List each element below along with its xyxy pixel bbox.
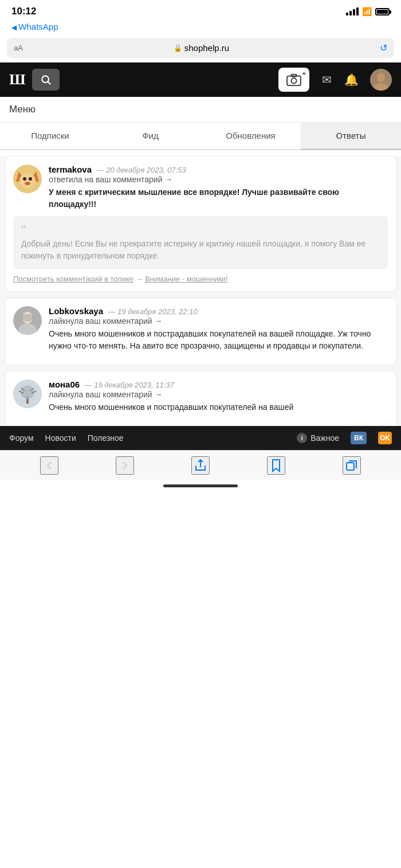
ok-label: OK bbox=[380, 434, 390, 442]
important-label: Важное bbox=[310, 433, 339, 443]
comment-author: Lobkovskaya bbox=[49, 306, 103, 316]
share-button[interactable] bbox=[191, 456, 210, 475]
svg-point-13 bbox=[29, 177, 32, 181]
comment-author: termakova bbox=[49, 165, 92, 174]
tabs-icon bbox=[345, 459, 359, 472]
search-button[interactable] bbox=[32, 69, 60, 91]
important-button[interactable]: i Важное bbox=[297, 433, 339, 443]
avatar-image bbox=[370, 69, 392, 91]
comment-meta: мона06 — 19 декабря 2023, 11:37 лайкнула… bbox=[49, 380, 388, 413]
lock-icon: 🔒 bbox=[174, 44, 182, 52]
quote-text: Добрый день! Если Вы не прекратите истер… bbox=[21, 239, 365, 260]
svg-point-18 bbox=[22, 314, 33, 322]
avatar-person2 bbox=[13, 380, 42, 408]
avatar bbox=[13, 165, 42, 193]
quote-block: " Добрый день! Если Вы не прекратите ист… bbox=[13, 216, 388, 269]
comment-item: Lobkovskaya — 19 декабря 2023, 22:10 лай… bbox=[5, 298, 396, 365]
svg-rect-4 bbox=[291, 75, 296, 77]
avatar-fox bbox=[13, 165, 42, 193]
comment-text: Очень много мошенников и пострадавших по… bbox=[49, 401, 388, 413]
link-separator: → bbox=[136, 275, 143, 283]
comment-action: лайкнула ваш комментарий → bbox=[49, 316, 388, 326]
mail-icon[interactable]: ✉ bbox=[322, 73, 332, 87]
user-avatar-header[interactable] bbox=[370, 69, 392, 91]
signal-icon bbox=[346, 7, 359, 15]
menu-bar: Меню bbox=[0, 97, 401, 123]
battery-icon bbox=[375, 8, 390, 15]
avatar bbox=[13, 380, 42, 408]
comment-item: termakova — 20 декабря 2023, 07:53 ответ… bbox=[5, 156, 396, 292]
reload-button[interactable]: ↺ bbox=[380, 42, 387, 53]
search-icon bbox=[40, 74, 52, 85]
comment-meta: Lobkovskaya — 19 декабря 2023, 22:10 лай… bbox=[49, 306, 388, 352]
svg-point-6 bbox=[377, 73, 385, 82]
nav-forum[interactable]: Форум bbox=[9, 433, 34, 443]
svg-point-21 bbox=[21, 385, 34, 399]
nav-useful[interactable]: Полезное bbox=[88, 433, 124, 443]
vk-button[interactable]: ВК bbox=[351, 432, 367, 444]
svg-line-1 bbox=[48, 82, 50, 85]
topic-link[interactable]: Внимание - мошенники! bbox=[145, 275, 228, 283]
bookmarks-button[interactable] bbox=[267, 456, 285, 475]
quote-mark: " bbox=[21, 223, 380, 236]
status-bar: 10:12 📶 bbox=[0, 0, 401, 21]
comment-item: мона06 — 19 декабря 2023, 11:37 лайкнула… bbox=[5, 371, 396, 426]
content-area: termakova — 20 декабря 2023, 07:53 ответ… bbox=[0, 156, 401, 426]
comment-date: — 19 декабря 2023, 22:10 bbox=[108, 307, 198, 316]
svg-point-0 bbox=[42, 76, 49, 83]
back-link[interactable]: WhatsApp bbox=[11, 22, 58, 32]
site-logo[interactable]: Ш bbox=[9, 71, 25, 88]
svg-point-11 bbox=[19, 173, 36, 188]
back-nav: WhatsApp bbox=[0, 21, 401, 36]
comment-link: Посмотреть комментарий в топике → Вниман… bbox=[13, 275, 388, 283]
camera-upload-button[interactable]: + bbox=[278, 68, 309, 92]
tab-subscriptions[interactable]: Подписки bbox=[0, 123, 100, 150]
camera-icon bbox=[286, 73, 301, 86]
share-icon bbox=[194, 459, 207, 472]
comment-date: — 20 декабря 2023, 07:53 bbox=[97, 166, 186, 174]
comment-meta: termakova — 20 декабря 2023, 07:53 ответ… bbox=[49, 165, 388, 210]
svg-point-12 bbox=[23, 177, 26, 181]
address-bar[interactable]: aA 🔒 shophelp.ru ↺ bbox=[7, 38, 394, 58]
comment-author: мона06 bbox=[49, 380, 80, 389]
comment-header: мона06 — 19 декабря 2023, 11:37 лайкнула… bbox=[13, 380, 388, 413]
tab-feed[interactable]: Фид bbox=[100, 123, 200, 150]
svg-point-14 bbox=[25, 182, 30, 185]
avatar-person1 bbox=[13, 306, 42, 335]
menu-label[interactable]: Меню bbox=[9, 104, 36, 115]
ok-button[interactable]: OK bbox=[378, 432, 392, 444]
tabs-button[interactable] bbox=[343, 456, 361, 475]
comment-action: ответила на ваш комментарий → bbox=[49, 175, 388, 184]
tab-replies[interactable]: Ответы bbox=[301, 123, 401, 150]
svg-rect-27 bbox=[347, 463, 354, 470]
forward-button[interactable] bbox=[116, 456, 134, 475]
comment-header: Lobkovskaya — 19 декабря 2023, 22:10 лай… bbox=[13, 306, 388, 352]
comment-text: Очень много мошенников и пострадавших по… bbox=[49, 328, 388, 352]
back-button[interactable] bbox=[40, 456, 58, 475]
svg-point-3 bbox=[291, 78, 296, 83]
status-time: 10:12 bbox=[11, 6, 36, 17]
status-icons: 📶 bbox=[346, 7, 390, 16]
home-indicator bbox=[0, 480, 401, 495]
url-text: shophelp.ru bbox=[184, 43, 229, 53]
bell-icon[interactable]: 🔔 bbox=[344, 73, 359, 87]
comment-header: termakova — 20 декабря 2023, 07:53 ответ… bbox=[13, 165, 388, 210]
nav-news[interactable]: Новости bbox=[45, 433, 76, 443]
forward-icon bbox=[118, 459, 132, 472]
text-size-control[interactable]: aA bbox=[14, 44, 23, 52]
home-bar bbox=[163, 484, 238, 487]
view-comment-link[interactable]: Посмотреть комментарий в топике bbox=[13, 275, 133, 283]
camera-plus-icon: + bbox=[302, 70, 306, 77]
info-icon: i bbox=[297, 433, 307, 443]
comment-action: лайкнула ваш комментарий → bbox=[49, 390, 388, 399]
tab-updates[interactable]: Обновления bbox=[200, 123, 301, 150]
svg-rect-2 bbox=[287, 76, 301, 86]
bottom-nav: Форум Новости Полезное i Важное ВК OK bbox=[0, 426, 401, 450]
avatar bbox=[13, 306, 42, 335]
wifi-icon: 📶 bbox=[362, 7, 372, 16]
url-display[interactable]: 🔒 shophelp.ru bbox=[27, 43, 375, 53]
tabs-container: Подписки Фид Обновления Ответы bbox=[0, 123, 401, 150]
comment-text: У меня с критическим мышление все впоряд… bbox=[49, 186, 388, 210]
safari-toolbar bbox=[0, 450, 401, 480]
site-header: Ш + ✉ 🔔 bbox=[0, 62, 401, 97]
